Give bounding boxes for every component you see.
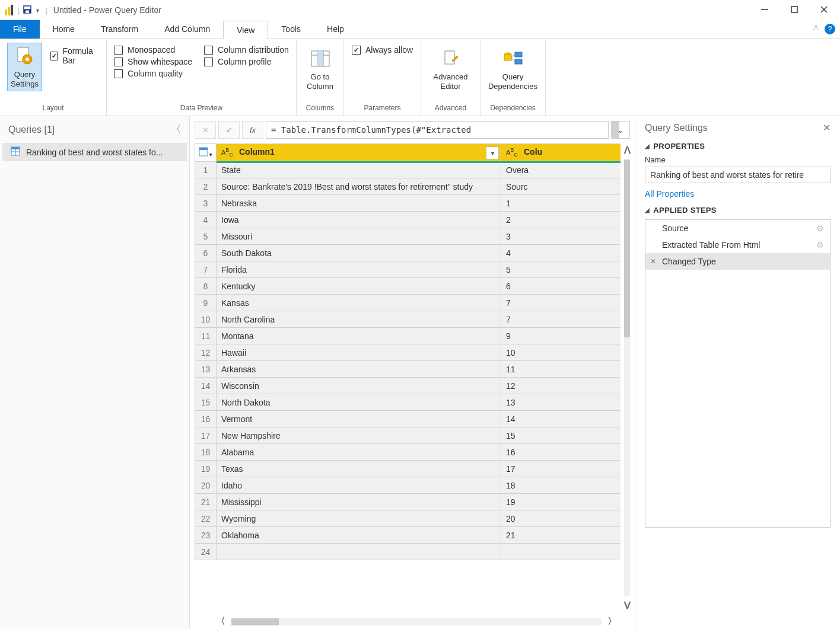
commit-formula-button[interactable]: ✔ (218, 121, 240, 139)
cell[interactable]: Wisconsin (217, 378, 501, 394)
all-properties-link[interactable]: All Properties (645, 189, 831, 199)
query-dependencies-button[interactable]: Query Dependencies (485, 45, 541, 94)
cell[interactable]: Oklahoma (217, 527, 501, 544)
row-number[interactable]: 24 (195, 544, 217, 560)
row-number[interactable]: 6 (195, 245, 217, 261)
table-row[interactable]: 6South Dakota4 (195, 245, 621, 261)
row-number[interactable]: 8 (195, 278, 217, 295)
cell[interactable]: 5 (501, 261, 621, 278)
cell[interactable]: Kansas (217, 295, 501, 311)
collapse-queries-icon[interactable]: 〈 (171, 123, 181, 136)
fx-button[interactable]: fx (242, 121, 263, 139)
query-settings-button[interactable]: Query Settings (7, 43, 42, 91)
table-row[interactable]: 8Kentucky6 (195, 278, 621, 295)
cell[interactable]: 6 (501, 278, 621, 295)
qat-dropdown-icon[interactable]: ▾ (36, 7, 39, 14)
cell[interactable]: 1 (501, 195, 621, 212)
row-number[interactable]: 7 (195, 261, 217, 278)
delete-step-icon[interactable]: ✕ (650, 257, 656, 266)
cell[interactable]: 13 (501, 394, 621, 411)
cell[interactable]: 7 (501, 311, 621, 328)
cell[interactable]: 18 (501, 477, 621, 494)
cell[interactable]: Vermont (217, 411, 501, 427)
expand-formula-button[interactable]: ⌄ (611, 121, 630, 139)
cell[interactable]: 21 (501, 527, 621, 544)
row-number[interactable]: 1 (195, 162, 217, 178)
cell[interactable]: Hawaii (217, 344, 501, 361)
cell[interactable]: Missouri (217, 228, 501, 245)
properties-heading[interactable]: ◢PROPERTIES (645, 142, 831, 151)
data-grid[interactable]: ▾ ABC Column1 ▾ ABC Colu 1StateOvera2 (195, 143, 621, 560)
cell[interactable]: Texas (217, 461, 501, 477)
table-row[interactable]: 15North Dakota13 (195, 394, 621, 411)
save-icon[interactable] (22, 4, 33, 17)
table-row[interactable]: 9Kansas7 (195, 295, 621, 311)
cell[interactable]: Source: Bankrate's 2019 !Best and worst … (217, 178, 501, 195)
cell[interactable]: Montana (217, 328, 501, 344)
menu-transform[interactable]: Transform (88, 20, 151, 39)
menu-home[interactable]: Home (40, 20, 88, 39)
cell[interactable]: 19 (501, 494, 621, 510)
row-number[interactable]: 17 (195, 427, 217, 444)
cell[interactable]: Idaho (217, 477, 501, 494)
horizontal-scrollbar[interactable]: 〈 〉 (190, 614, 635, 629)
row-number[interactable]: 23 (195, 527, 217, 544)
menu-help[interactable]: Help (314, 20, 357, 39)
cell[interactable] (501, 544, 621, 560)
cell[interactable]: 15 (501, 427, 621, 444)
applied-steps-heading[interactable]: ◢APPLIED STEPS (645, 206, 831, 215)
row-number[interactable]: 16 (195, 411, 217, 427)
close-button[interactable] (817, 5, 831, 15)
table-row[interactable]: 1StateOvera (195, 162, 621, 178)
cell[interactable]: Nebraska (217, 195, 501, 212)
row-number[interactable]: 21 (195, 494, 217, 510)
cell[interactable]: 20 (501, 510, 621, 527)
collapse-ribbon-icon[interactable]: ᐱ (807, 20, 825, 39)
table-row[interactable]: 19Texas17 (195, 461, 621, 477)
row-number[interactable]: 10 (195, 311, 217, 328)
advanced-editor-button[interactable]: Advanced Editor (430, 45, 472, 94)
scroll-thumb[interactable] (231, 618, 279, 625)
scroll-down-icon[interactable]: ᐯ (624, 600, 631, 611)
cell[interactable]: 7 (501, 295, 621, 311)
cell[interactable]: Iowa (217, 212, 501, 228)
applied-step[interactable]: Source⚙ (645, 220, 830, 237)
table-row[interactable]: 18Alabama16 (195, 444, 621, 461)
row-number[interactable]: 19 (195, 461, 217, 477)
query-name-input[interactable] (645, 167, 831, 183)
cell[interactable]: 16 (501, 444, 621, 461)
cell[interactable]: Sourc (501, 178, 621, 195)
scroll-left-icon[interactable]: 〈 (216, 615, 225, 628)
cell[interactable]: Mississippi (217, 494, 501, 510)
cancel-formula-button[interactable]: ✕ (195, 121, 216, 139)
formula-bar-checkbox[interactable]: ✔Formula Bar (50, 46, 99, 65)
menu-file[interactable]: File (0, 20, 40, 39)
cell[interactable]: Arkansas (217, 361, 501, 378)
cell[interactable]: 10 (501, 344, 621, 361)
cell[interactable]: 12 (501, 378, 621, 394)
gear-icon[interactable]: ⚙ (816, 223, 824, 233)
column-profile-checkbox[interactable]: Column profile (204, 57, 289, 66)
cell[interactable]: 4 (501, 245, 621, 261)
table-row[interactable]: 3Nebraska1 (195, 195, 621, 212)
cell[interactable]: 3 (501, 228, 621, 245)
formula-input[interactable]: = Table.TransformColumnTypes(#"Extracted (266, 121, 609, 139)
menu-view[interactable]: View (223, 21, 268, 39)
row-number[interactable]: 18 (195, 444, 217, 461)
cell[interactable]: State (217, 162, 501, 178)
table-row[interactable]: 10North Carolina7 (195, 311, 621, 328)
row-number[interactable]: 20 (195, 477, 217, 494)
show-whitespace-checkbox[interactable]: Show whitespace (114, 57, 192, 66)
cell[interactable]: New Hampshire (217, 427, 501, 444)
column-filter-dropdown[interactable]: ▾ (486, 146, 499, 159)
table-row[interactable]: 11Montana9 (195, 328, 621, 344)
row-number[interactable]: 11 (195, 328, 217, 344)
table-row[interactable]: 12Hawaii10 (195, 344, 621, 361)
gear-icon[interactable]: ⚙ (816, 240, 824, 250)
cell[interactable]: Overa (501, 162, 621, 178)
table-row[interactable]: 4Iowa2 (195, 212, 621, 228)
column-distribution-checkbox[interactable]: Column distribution (204, 45, 289, 55)
table-row[interactable]: 16Vermont14 (195, 411, 621, 427)
cell[interactable]: Florida (217, 261, 501, 278)
cell[interactable]: 9 (501, 328, 621, 344)
